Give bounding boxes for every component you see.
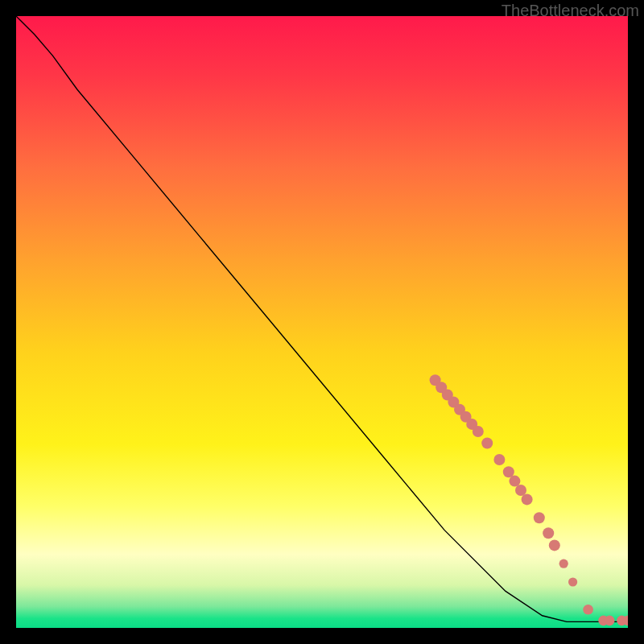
data-marker [568,577,577,586]
data-marker [559,559,568,568]
chart-container: TheBottleneck.com [0,0,644,644]
data-marker [549,539,560,551]
data-marker [503,466,514,477]
watermark-text: TheBottleneck.com [502,2,639,20]
data-marker [522,493,533,505]
data-marker [534,512,545,523]
data-marker [605,616,615,626]
data-marker [583,605,593,615]
data-marker [473,426,484,437]
chart-background [16,16,628,628]
data-marker [493,454,505,465]
data-marker [509,476,520,487]
data-marker [481,437,493,448]
chart-svg [16,16,628,628]
data-marker [515,485,526,496]
data-marker [543,527,554,539]
